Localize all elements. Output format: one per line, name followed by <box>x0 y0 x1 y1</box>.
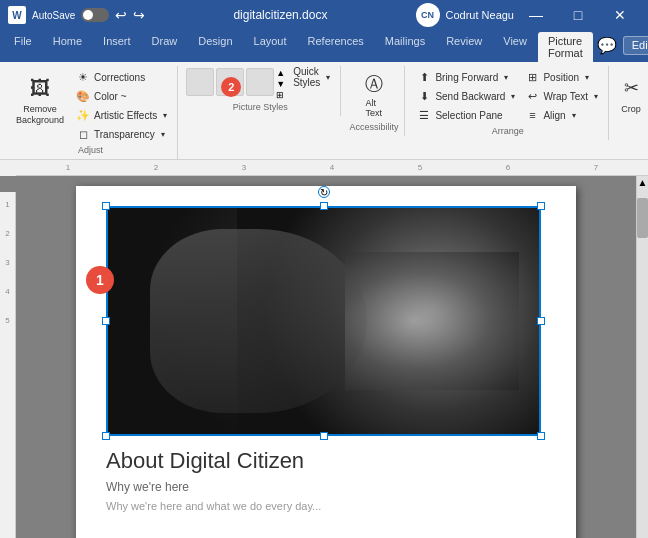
quick-styles-label: QuickStyles <box>293 66 320 88</box>
close-button[interactable]: ✕ <box>600 0 640 30</box>
handle-middle-right[interactable] <box>537 317 545 325</box>
badge-1: 1 <box>86 266 114 294</box>
corrections-icon: ☀ <box>76 70 90 84</box>
page-background: ↻ <box>16 176 636 538</box>
minimize-button[interactable]: — <box>516 0 556 30</box>
autosave-label: AutoSave <box>32 10 75 21</box>
selection-pane-icon: ☰ <box>417 108 431 122</box>
title-bar-left: W AutoSave ↩ ↪ <box>8 6 145 24</box>
image-container[interactable]: ↻ <box>106 206 541 436</box>
redo-icon[interactable]: ↪ <box>133 7 145 23</box>
quick-styles-button[interactable]: QuickStyles▾ <box>289 68 334 86</box>
style-3[interactable] <box>246 68 274 96</box>
artistic-effects-button[interactable]: ✨ Artistic Effects▾ <box>72 106 171 124</box>
align-icon: ≡ <box>525 108 539 122</box>
send-backward-icon: ⬇ <box>417 89 431 103</box>
tab-file[interactable]: File <box>4 32 42 62</box>
bring-forward-button[interactable]: ⬆ Bring Forward▾ <box>413 68 519 86</box>
user-area: CN Codrut Neagu <box>416 3 515 27</box>
handle-middle-left[interactable] <box>102 317 110 325</box>
arrange-group-label: Arrange <box>492 126 524 136</box>
alt-text-button[interactable]: Ⓐ AltText <box>356 68 392 120</box>
remove-background-icon: 🖼 <box>24 72 56 104</box>
scrollbar-thumb[interactable] <box>637 198 648 238</box>
handle-bottom-center[interactable] <box>320 432 328 440</box>
tab-design[interactable]: Design <box>188 32 242 62</box>
ribbon-group-accessibility: Ⓐ AltText Accessibility <box>343 66 405 136</box>
ribbon-group-picture-styles: ▲ ▼ ⊞ QuickStyles▾ Picture Styles <box>180 66 341 116</box>
corrections-button[interactable]: ☀ Corrections <box>72 68 171 86</box>
title-bar: W AutoSave ↩ ↪ digitalcitizen.docx CN Co… <box>0 0 648 30</box>
handle-top-center[interactable] <box>320 202 328 210</box>
style-expand[interactable]: ⊞ <box>276 90 285 100</box>
alt-text-icon: Ⓐ <box>364 70 384 98</box>
handle-top-left[interactable] <box>102 202 110 210</box>
document-page: ↻ <box>76 186 576 538</box>
position-button[interactable]: ⊞ Position▾ <box>521 68 602 86</box>
tab-picture-format[interactable]: Picture Format <box>538 32 593 62</box>
bring-forward-icon: ⬆ <box>417 70 431 84</box>
color-label: Color ~ <box>94 91 127 102</box>
send-backward-button[interactable]: ⬇ Send Backward▾ <box>413 87 519 105</box>
maximize-button[interactable]: □ <box>558 0 598 30</box>
document-image <box>106 206 541 436</box>
ruler-vertical: 12345 <box>0 192 16 538</box>
style-down[interactable]: ▼ <box>276 79 285 89</box>
rotate-handle[interactable]: ↻ <box>318 186 330 198</box>
comment-icon[interactable]: 💬 <box>597 36 617 55</box>
selection-pane-button[interactable]: ☰ Selection Pane <box>413 106 519 124</box>
document-filename: digitalcitizen.docx <box>233 8 327 22</box>
tab-home[interactable]: Home <box>43 32 92 62</box>
title-bar-right: CN Codrut Neagu — □ ✕ <box>416 0 641 30</box>
artistic-effects-icon: ✨ <box>76 108 90 122</box>
document-title: About Digital Citizen <box>106 448 546 474</box>
editing-dropdown[interactable]: Editing ▾ <box>623 36 648 55</box>
accessibility-group-label: Accessibility <box>349 122 398 132</box>
align-button[interactable]: ≡ Align▾ <box>521 106 602 124</box>
color-icon: 🎨 <box>76 89 90 103</box>
ribbon: 🖼 RemoveBackground ☀ Corrections 🎨 Color… <box>0 62 648 160</box>
handle-bottom-right[interactable] <box>537 432 545 440</box>
tab-mailings[interactable]: Mailings <box>375 32 435 62</box>
style-1[interactable] <box>186 68 214 96</box>
wrap-text-icon: ↩ <box>525 89 539 103</box>
tab-view[interactable]: View <box>493 32 537 62</box>
undo-icon[interactable]: ↩ <box>115 7 127 23</box>
user-name: Codrut Neagu <box>446 9 515 21</box>
remove-background-button[interactable]: 🖼 RemoveBackground <box>10 68 70 130</box>
ruler-horizontal: 1234567 <box>16 160 648 176</box>
transparency-button[interactable]: ◻ Transparency▾ <box>72 125 171 143</box>
handle-bottom-left[interactable] <box>102 432 110 440</box>
transparency-icon: ◻ <box>76 127 90 141</box>
crop-button[interactable]: ✂ Crop <box>617 68 645 118</box>
wrap-text-button[interactable]: ↩ Wrap Text▾ <box>521 87 602 105</box>
tab-insert[interactable]: Insert <box>93 32 141 62</box>
word-logo: W <box>8 6 26 24</box>
handle-top-right[interactable] <box>537 202 545 210</box>
adjust-group-label: Adjust <box>78 145 103 155</box>
document-body: Why we're here and what we do every day.… <box>106 500 546 512</box>
tab-draw[interactable]: Draw <box>142 32 188 62</box>
ribbon-group-size: ✂ Crop ↕ ▲ ▼ ↔ <box>611 66 648 134</box>
color-button[interactable]: 🎨 Color ~ 2 <box>72 87 171 105</box>
tab-references[interactable]: References <box>298 32 374 62</box>
ribbon-group-arrange: ⬆ Bring Forward▾ ⬇ Send Backward▾ ☰ Sele… <box>407 66 609 140</box>
crop-icon: ✂ <box>615 72 647 104</box>
ribbon-group-adjust: 🖼 RemoveBackground ☀ Corrections 🎨 Color… <box>4 66 178 159</box>
position-icon: ⊞ <box>525 70 539 84</box>
document-subtitle: Why we're here <box>106 480 546 494</box>
picture-styles-label: Picture Styles <box>233 102 288 112</box>
tab-review[interactable]: Review <box>436 32 492 62</box>
user-avatar: CN <box>416 3 440 27</box>
style-up[interactable]: ▲ <box>276 68 285 78</box>
document-scroll-area: 12345 ↻ <box>0 176 648 538</box>
scrollbar-up[interactable]: ▲ <box>637 176 648 188</box>
document-area: 1234567 12345 ↻ <box>0 160 648 538</box>
tab-layout[interactable]: Layout <box>244 32 297 62</box>
autosave-toggle[interactable] <box>81 8 109 22</box>
vertical-scrollbar[interactable]: ▲ ▼ <box>636 176 648 538</box>
